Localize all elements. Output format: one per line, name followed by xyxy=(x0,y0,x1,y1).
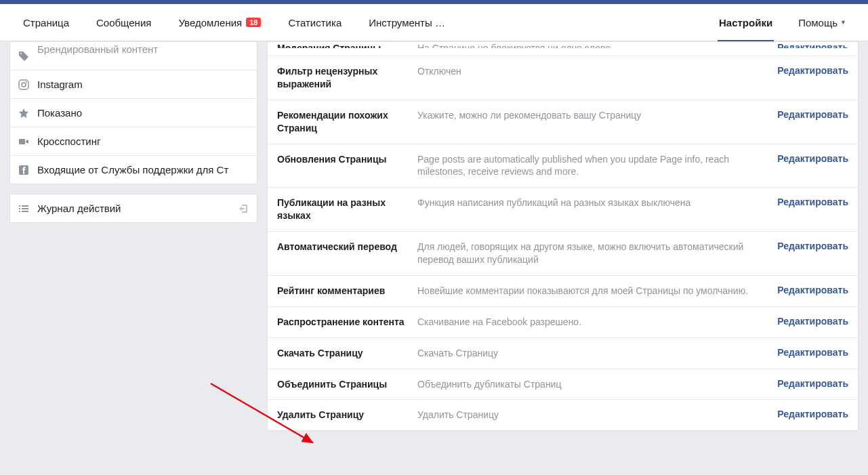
svg-rect-0 xyxy=(19,80,28,89)
nav-item-tools[interactable]: Инструменты … xyxy=(355,4,459,41)
setting-description: Отключен xyxy=(417,65,769,78)
setting-row-merge-pages[interactable]: Объединить Страницы Объединить дубликаты… xyxy=(268,369,858,400)
setting-title: Модерация Страницы xyxy=(277,42,409,48)
setting-row-moderation[interactable]: Модерация Страницы На Странице не блокир… xyxy=(268,42,858,56)
nav-item-page[interactable]: Страница xyxy=(9,4,83,41)
setting-row-comment-ranking[interactable]: Рейтинг комментариев Новейшие комментари… xyxy=(268,276,858,307)
tag-icon xyxy=(18,51,29,62)
setting-title: Публикации на разных языках xyxy=(277,197,409,222)
sidebar-item-featured[interactable]: Показано xyxy=(10,99,257,127)
edit-link[interactable]: Редактировать xyxy=(777,65,848,76)
setting-description: Объединить дубликаты Страниц xyxy=(417,378,769,391)
video-icon xyxy=(18,136,29,147)
edit-link[interactable]: Редактировать xyxy=(777,153,848,164)
setting-title: Рекомендации похожих Страниц xyxy=(277,109,409,135)
nav-label: Инструменты … xyxy=(369,17,445,28)
edit-link[interactable]: Редактировать xyxy=(777,347,848,358)
svg-rect-5 xyxy=(19,205,20,207)
nav-item-notifications[interactable]: Уведомления 18 xyxy=(165,4,274,41)
svg-rect-8 xyxy=(22,208,28,209)
nav-label: Сообщения xyxy=(96,17,151,28)
sidebar-item-crossposting[interactable]: Кросспостинг xyxy=(10,127,257,156)
setting-title: Обновления Страницы xyxy=(277,153,409,166)
svg-point-2 xyxy=(26,81,27,83)
nav-label: Страница xyxy=(23,17,69,28)
sidebar-item-label: Показано xyxy=(37,107,249,119)
setting-row-auto-translate[interactable]: Автоматический перевод Для людей, говоря… xyxy=(268,232,858,276)
nav-label: Статистика xyxy=(288,17,342,28)
nav-item-messages[interactable]: Сообщения xyxy=(83,4,165,41)
facebook-icon xyxy=(18,165,29,175)
sidebar-item-label: Журнал действий xyxy=(37,203,230,214)
setting-description: Для людей, говорящих на другом языке, мо… xyxy=(417,241,769,266)
sidebar-item-support-inbox[interactable]: Входящие от Службы поддержки для Ст xyxy=(10,156,257,184)
sidebar-item-label: Кросспостинг xyxy=(37,136,249,147)
sidebar-item-label: Instagram xyxy=(37,79,249,90)
setting-description: Функция написания публикаций на разных я… xyxy=(417,197,769,209)
setting-title: Распространение контента xyxy=(277,316,409,329)
sidebar-item-branded-content[interactable]: Брендированный контент xyxy=(10,42,257,70)
edit-link[interactable]: Редактировать xyxy=(777,42,848,48)
setting-title: Скачать Страницу xyxy=(277,347,409,360)
edit-link[interactable]: Редактировать xyxy=(777,409,848,419)
svg-rect-3 xyxy=(19,139,25,144)
svg-rect-9 xyxy=(19,211,20,212)
setting-title: Удалить Страницу xyxy=(277,409,409,421)
sidebar-item-activity-log[interactable]: Журнал действий xyxy=(10,194,257,222)
setting-description: Удалить Страницу xyxy=(417,409,769,421)
nav-item-insights[interactable]: Статистика xyxy=(274,4,355,41)
edit-link[interactable]: Редактировать xyxy=(777,316,848,327)
nav-left-group: Страница Сообщения Уведомления 18 Статис… xyxy=(9,4,459,41)
setting-description: Укажите, можно ли рекомендовать вашу Стр… xyxy=(417,109,769,122)
setting-description: Скачивание на Facebook разрешено. xyxy=(417,316,769,329)
sidebar-item-instagram[interactable]: Instagram xyxy=(10,70,257,99)
edit-link[interactable]: Редактировать xyxy=(777,378,848,389)
svg-point-1 xyxy=(22,83,26,87)
edit-link[interactable]: Редактировать xyxy=(777,285,848,295)
nav-right-group: Настройки Помощь ▼ xyxy=(705,4,859,41)
setting-row-similar-pages[interactable]: Рекомендации похожих Страниц Укажите, мо… xyxy=(268,100,858,144)
settings-sidebar: Брендированный контент Instagram Показан… xyxy=(9,41,257,475)
nav-item-help[interactable]: Помощь ▼ xyxy=(786,17,859,28)
svg-rect-6 xyxy=(22,205,28,207)
nav-label: Уведомления xyxy=(178,17,242,28)
setting-title: Автоматический перевод xyxy=(277,241,409,253)
setting-row-profanity-filter[interactable]: Фильтр нецензурных выражений Отключен Ре… xyxy=(268,56,858,100)
sidebar-item-label: Входящие от Службы поддержки для Ст xyxy=(37,164,249,175)
svg-rect-7 xyxy=(19,208,20,209)
setting-description: Скачать Страницу xyxy=(417,347,769,360)
setting-title: Объединить Страницы xyxy=(277,378,409,391)
setting-row-download-page[interactable]: Скачать Страницу Скачать Страницу Редакт… xyxy=(268,338,858,369)
edit-link[interactable]: Редактировать xyxy=(777,241,848,251)
setting-row-remove-page[interactable]: Удалить Страницу Удалить Страницу Редакт… xyxy=(268,400,858,430)
setting-description: Page posts are automatically published w… xyxy=(417,153,769,179)
setting-description: На Странице не блокируется ни одно слово… xyxy=(417,42,769,48)
edit-link[interactable]: Редактировать xyxy=(777,197,848,207)
setting-description: Новейшие комментарии показываются для мо… xyxy=(417,285,769,297)
exit-icon xyxy=(238,203,249,214)
nav-label: Настройки xyxy=(719,17,772,28)
nav-label: Помощь xyxy=(798,17,838,28)
instagram-icon xyxy=(18,79,29,90)
setting-row-multilang-posts[interactable]: Публикации на разных языках Функция напи… xyxy=(268,188,858,232)
general-settings-card: Модерация Страницы На Странице не блокир… xyxy=(267,41,859,431)
edit-link[interactable]: Редактировать xyxy=(777,109,848,120)
setting-title: Рейтинг комментариев xyxy=(277,285,409,297)
notifications-badge: 18 xyxy=(246,18,261,27)
setting-row-page-updates[interactable]: Обновления Страницы Page posts are autom… xyxy=(268,144,858,188)
svg-rect-10 xyxy=(22,211,28,212)
chevron-down-icon: ▼ xyxy=(840,19,846,26)
page-navigation: Страница Сообщения Уведомления 18 Статис… xyxy=(0,4,868,41)
setting-title: Фильтр нецензурных выражений xyxy=(277,65,409,91)
sidebar-item-label: Брендированный контент xyxy=(37,43,249,55)
star-icon xyxy=(18,108,29,119)
setting-row-content-distribution[interactable]: Распространение контента Скачивание на F… xyxy=(268,307,858,338)
list-icon xyxy=(18,203,29,214)
settings-main: Модерация Страницы На Странице не блокир… xyxy=(267,41,859,475)
nav-item-settings[interactable]: Настройки xyxy=(705,4,786,41)
